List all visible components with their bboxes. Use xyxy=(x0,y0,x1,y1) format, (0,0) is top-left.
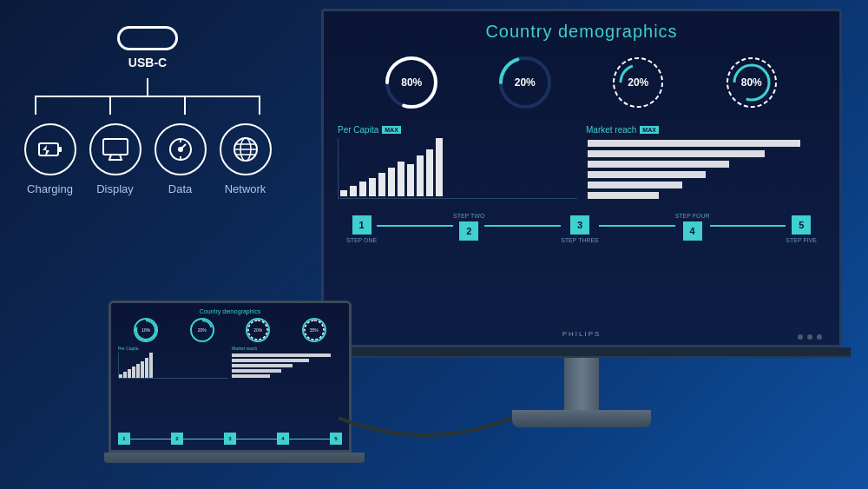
laptop-hbar-2 xyxy=(232,359,309,362)
hbar-4 xyxy=(588,171,706,178)
laptop-step-5: 5 xyxy=(330,433,342,445)
laptop-step-3: 3 xyxy=(224,433,236,445)
svg-rect-1 xyxy=(58,147,62,152)
display-icon xyxy=(100,134,131,165)
step-line-3 xyxy=(599,225,675,227)
svg-rect-3 xyxy=(103,139,128,155)
step-3-bot-label: STEP THREE xyxy=(561,237,599,243)
laptop-steps: 1 2 3 4 5 xyxy=(118,433,342,445)
step-4-top-label: STEP FOUR xyxy=(675,213,710,219)
hbar-5 xyxy=(588,182,682,188)
svg-rect-0 xyxy=(39,143,58,155)
laptop-circle-3: 20% xyxy=(246,318,270,342)
bar-2 xyxy=(350,186,357,196)
market-reach-title: Market reach MAX xyxy=(586,125,825,135)
laptop-bar-6 xyxy=(141,361,144,378)
laptop-hbar-3 xyxy=(232,364,293,367)
monitor-screen: Country demographics 80% xyxy=(321,9,842,347)
laptop-charts: Per Capita Market reach xyxy=(118,346,342,427)
monitor-base xyxy=(512,410,651,427)
circle-3-text: 20% xyxy=(628,76,648,89)
laptop-screen: Country demographics 18% 20% xyxy=(108,301,352,453)
laptop-per-capita: Per Capita xyxy=(118,346,228,351)
step-line-1 xyxy=(377,225,453,227)
step-4-number: 4 xyxy=(683,221,702,241)
tree-branches xyxy=(35,97,260,115)
network-label: Network xyxy=(225,182,266,195)
laptop-bar-8 xyxy=(149,353,153,378)
laptop-step-line-2 xyxy=(183,439,224,439)
laptop-hbar-1 xyxy=(232,354,331,357)
hbar-2 xyxy=(588,150,765,157)
laptop-base xyxy=(104,453,365,463)
laptop-hbar-4 xyxy=(232,369,281,373)
laptop-bar-7 xyxy=(145,358,148,378)
data-icon xyxy=(165,134,196,165)
tree-diagram xyxy=(26,78,269,115)
laptop-step-line-3 xyxy=(236,439,277,439)
per-capita-chart: Per Capita MAX xyxy=(338,125,577,201)
step-4: STEP FOUR 4 xyxy=(675,213,710,243)
step-1-bot-label: STEP ONE xyxy=(346,237,377,243)
feature-icons-row: Charging Display xyxy=(22,123,273,195)
laptop-circle-4: 35% xyxy=(302,318,326,342)
laptop-hbar-chart: Market reach xyxy=(232,346,342,427)
hbar-3 xyxy=(588,161,729,168)
usbc-label: USB-C xyxy=(128,56,167,69)
step-1-number: 1 xyxy=(352,215,372,235)
laptop-step-4: 4 xyxy=(277,433,289,445)
bar-1 xyxy=(340,190,347,196)
screen-title: Country demographics xyxy=(338,22,825,42)
tree-branch-4 xyxy=(259,97,260,115)
step-1: 1 STEP ONE xyxy=(346,213,377,243)
laptop-circle-2: 20% xyxy=(190,318,214,342)
bar-7 xyxy=(398,162,404,196)
bar-9 xyxy=(417,155,424,196)
monitor: Country demographics 80% xyxy=(312,9,851,427)
control-dot-2[interactable] xyxy=(807,334,812,340)
usbc-connector-icon xyxy=(117,26,178,50)
circle-4-text: 80% xyxy=(741,76,762,89)
network-feature: Network xyxy=(217,123,273,195)
hbar-6 xyxy=(588,192,659,199)
circle-2-text: 20% xyxy=(515,76,536,89)
circle-1-text: 80% xyxy=(401,76,422,89)
bar-4 xyxy=(369,178,376,196)
control-dot-1[interactable] xyxy=(798,334,803,340)
step-2-number: 2 xyxy=(459,221,478,241)
circles-row: 80% 20% 20% xyxy=(338,52,825,113)
bar-10 xyxy=(426,149,433,196)
laptop-step-line-1 xyxy=(130,439,171,439)
bar-5 xyxy=(378,173,385,196)
step-3: 3 STEP THREE xyxy=(561,213,599,243)
laptop-circles: 18% 20% 20% xyxy=(118,318,342,342)
data-icon-circle xyxy=(155,123,207,175)
laptop-step-line-4 xyxy=(289,439,330,439)
laptop-hbars xyxy=(232,353,342,379)
step-5-bot-label: STEP FIVE xyxy=(786,237,817,243)
charging-label: Charging xyxy=(27,182,73,195)
monitor-bezel xyxy=(312,347,851,358)
hbar-row-6 xyxy=(588,192,824,199)
laptop-market-reach: Market reach xyxy=(232,346,342,351)
charts-row: Per Capita MAX xyxy=(338,125,825,201)
display-label: Display xyxy=(96,182,134,195)
tree-branch-2 xyxy=(109,97,111,115)
control-dot-3[interactable] xyxy=(817,334,822,340)
bar-11 xyxy=(436,138,443,196)
laptop-bar-1 xyxy=(119,374,122,378)
laptop-bar-2 xyxy=(123,372,127,378)
bar-8 xyxy=(407,164,414,196)
laptop-bar-chart: Per Capita xyxy=(118,346,228,427)
laptop-circle-1: 18% xyxy=(134,318,158,342)
laptop-step-2: 2 xyxy=(171,433,183,445)
network-icon-circle xyxy=(220,123,272,175)
network-icon xyxy=(230,134,261,165)
charging-icon-circle xyxy=(24,123,76,175)
step-line-4 xyxy=(710,225,786,227)
charging-icon xyxy=(36,135,65,164)
per-capita-max-badge: MAX xyxy=(382,126,401,134)
monitor-neck xyxy=(564,358,599,410)
circle-2: 20% xyxy=(495,52,556,113)
hbar-1 xyxy=(588,140,800,147)
